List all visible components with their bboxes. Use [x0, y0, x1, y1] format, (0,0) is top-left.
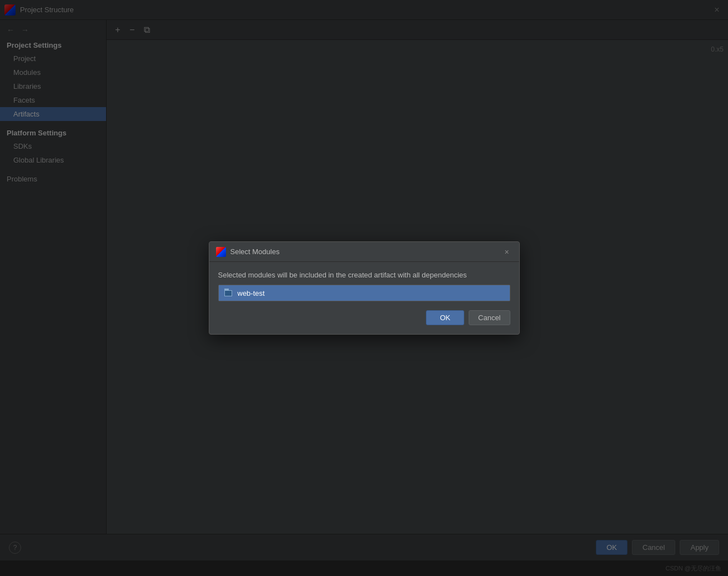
dialog-app-icon — [216, 247, 226, 257]
dialog-buttons: OK Cancel — [218, 310, 510, 325]
main-window: Project Structure × ← → Project Settings… — [0, 0, 728, 576]
dialog-description: Selected modules will be included in the… — [218, 271, 510, 279]
dialog-cancel-button[interactable]: Cancel — [469, 310, 510, 325]
module-item-web-test[interactable]: web-test — [219, 285, 510, 301]
module-list: web-test — [218, 285, 510, 301]
module-item-label: web-test — [238, 289, 265, 297]
module-icon — [224, 289, 233, 297]
dialog-close-button[interactable]: × — [501, 246, 513, 257]
modal-overlay: Select Modules × Selected modules will b… — [0, 0, 728, 576]
dialog-ok-button[interactable]: OK — [426, 310, 464, 325]
dialog-title: Select Modules — [230, 247, 501, 256]
dialog-title-bar: Select Modules × — [209, 242, 519, 262]
select-modules-dialog: Select Modules × Selected modules will b… — [209, 241, 520, 335]
dialog-body: Selected modules will be included in the… — [209, 262, 519, 334]
